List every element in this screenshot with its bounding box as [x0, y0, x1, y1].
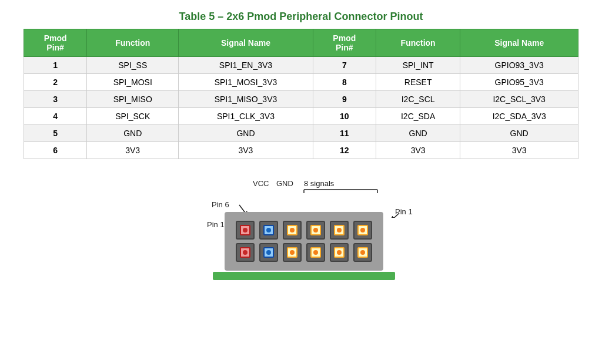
table-cell: 4 [24, 108, 87, 125]
pin-row-top [236, 221, 372, 240]
table-cell: 7 [313, 57, 376, 74]
table-row: 5GNDGND11GNDGND [24, 125, 578, 142]
table-cell: I2C_SCL [376, 91, 460, 108]
table-row: 1SPI_SSSPI1_EN_3V37SPI_INTGPIO93_3V3 [24, 57, 578, 74]
connector-board [225, 212, 383, 271]
table-cell: 10 [313, 108, 376, 125]
table-row: 63V33V3123V33V3 [24, 142, 578, 159]
col-header-signal-left: Signal Name [179, 29, 313, 57]
table-cell: GND [87, 125, 179, 142]
table-cell: GND [460, 125, 578, 142]
table-cell: SPI_INT [376, 57, 460, 74]
pin-7 [353, 243, 372, 262]
table-cell: I2C_SDA [376, 108, 460, 125]
table-cell: 11 [313, 125, 376, 142]
pin-12 [236, 243, 255, 262]
table-cell: SPI1_MISO_3V3 [179, 91, 313, 108]
col-header-pmod-pin-left: PmodPin# [24, 29, 87, 57]
table-row: 4SPI_SCKSPI1_CLK_3V310I2C_SDAI2C_SDA_3V3 [24, 108, 578, 125]
pin-1 [353, 221, 372, 240]
pin1-label: Pin 1 [395, 207, 413, 216]
col-header-function-left: Function [87, 29, 179, 57]
col-header-function-right: Function [376, 29, 460, 57]
pin-9 [306, 243, 325, 262]
table-cell: GND [179, 125, 313, 142]
vcc-label: VCC [253, 179, 269, 188]
pin-2 [330, 221, 349, 240]
table-cell: I2C_SDA_3V3 [460, 108, 578, 125]
table-cell: I2C_SCL_3V3 [460, 91, 578, 108]
table-title: Table 5 – 2x6 Pmod Peripheral Connector … [179, 11, 423, 23]
table-cell: 3V3 [179, 142, 313, 159]
pin-3 [306, 221, 325, 240]
pin-8 [330, 243, 349, 262]
table-cell: SPI1_EN_3V3 [179, 57, 313, 74]
table-cell: SPI1_MOSI_3V3 [179, 74, 313, 91]
pin-row-bottom [236, 243, 372, 262]
table-cell: SPI_MOSI [87, 74, 179, 91]
signals-label: 8 signals [304, 179, 334, 188]
table-cell: 3V3 [460, 142, 578, 159]
table-cell: 6 [24, 142, 87, 159]
table-cell: 5 [24, 125, 87, 142]
pinout-table: PmodPin# Function Signal Name PmodPin# F… [24, 29, 578, 159]
table-row: 3SPI_MISOSPI1_MISO_3V39I2C_SCLI2C_SCL_3V… [24, 91, 578, 108]
table-cell: 12 [313, 142, 376, 159]
pcb-strip [213, 272, 395, 280]
col-header-pmod-pin-right: PmodPin# [313, 29, 376, 57]
gnd-label: GND [276, 179, 293, 188]
table-cell: GPIO93_3V3 [460, 57, 578, 74]
pin-11 [259, 243, 278, 262]
table-cell: GPIO95_3V3 [460, 74, 578, 91]
table-cell: 3V3 [87, 142, 179, 159]
table-cell: 9 [313, 91, 376, 108]
table-cell: SPI_SCK [87, 108, 179, 125]
table-cell: 2 [24, 74, 87, 91]
pin-5 [259, 221, 278, 240]
pin-10 [283, 243, 302, 262]
connector-diagram: VCC GND 8 signals Pin 6 Pin 12 Pin 1 [125, 177, 477, 294]
col-header-signal-right: Signal Name [460, 29, 578, 57]
table-cell: 1 [24, 57, 87, 74]
pin6-label: Pin 6 [212, 200, 229, 209]
table-cell: SPI_SS [87, 57, 179, 74]
pin-6 [236, 221, 255, 240]
table-cell: 8 [313, 74, 376, 91]
table-cell: SPI1_CLK_3V3 [179, 108, 313, 125]
table-cell: SPI_MISO [87, 91, 179, 108]
pin-4 [283, 221, 302, 240]
table-cell: 3 [24, 91, 87, 108]
table-row: 2SPI_MOSISPI1_MOSI_3V38RESETGPIO95_3V3 [24, 74, 578, 91]
table-cell: GND [376, 125, 460, 142]
table-cell: RESET [376, 74, 460, 91]
table-cell: 3V3 [376, 142, 460, 159]
